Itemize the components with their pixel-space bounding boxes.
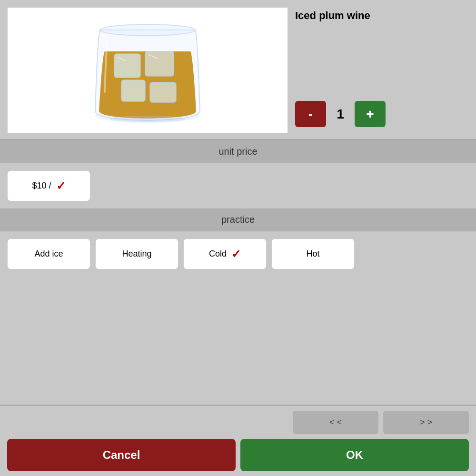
prev-page-button[interactable]: < <: [293, 411, 378, 434]
practice-section: Add ice Heating Cold ✓ Hot: [0, 231, 476, 277]
heating-button[interactable]: Heating: [95, 238, 178, 269]
quantity-decrease-button[interactable]: -: [295, 101, 326, 127]
product-title: Iced plum wine: [295, 10, 469, 22]
svg-rect-3: [121, 80, 145, 101]
top-section: Iced plum wine - 1 +: [0, 0, 476, 140]
next-page-button[interactable]: > >: [383, 411, 469, 434]
price-check-icon: ✓: [56, 179, 66, 193]
product-image: [8, 8, 288, 133]
svg-rect-4: [150, 82, 176, 102]
add-ice-label: Add ice: [34, 249, 63, 259]
quantity-increase-button[interactable]: +: [355, 101, 386, 127]
price-section: $10 / ✓: [0, 163, 476, 208]
cold-label: Cold: [209, 249, 227, 259]
ok-button[interactable]: OK: [240, 439, 469, 471]
hot-button[interactable]: Hot: [271, 238, 355, 269]
heating-label: Heating: [122, 249, 151, 259]
svg-point-8: [109, 116, 186, 122]
practice-header: practice: [0, 208, 476, 231]
middle-section: unit price $10 / ✓ practice Add ice Heat…: [0, 140, 476, 405]
svg-point-7: [100, 24, 195, 36]
unit-price-header: unit price: [0, 140, 476, 163]
add-ice-button[interactable]: Add ice: [7, 238, 90, 269]
cold-check-icon: ✓: [231, 248, 241, 261]
main-container: Iced plum wine - 1 + unit price $10 / ✓ …: [0, 0, 476, 476]
price-label: $10 /: [32, 181, 51, 191]
hot-label: Hot: [306, 249, 319, 259]
price-option-button[interactable]: $10 / ✓: [7, 170, 90, 201]
action-buttons: Cancel OK: [7, 439, 469, 471]
bottom-nav: < < > > Cancel OK: [0, 405, 476, 476]
product-image-container: [7, 7, 288, 133]
drink-illustration: [71, 16, 224, 125]
cold-button[interactable]: Cold ✓: [183, 238, 267, 269]
product-info: Iced plum wine - 1 +: [295, 7, 469, 132]
quantity-controls: - 1 +: [295, 101, 469, 127]
cancel-button[interactable]: Cancel: [7, 439, 236, 471]
nav-arrows: < < > >: [7, 411, 469, 434]
quantity-value: 1: [331, 107, 350, 122]
